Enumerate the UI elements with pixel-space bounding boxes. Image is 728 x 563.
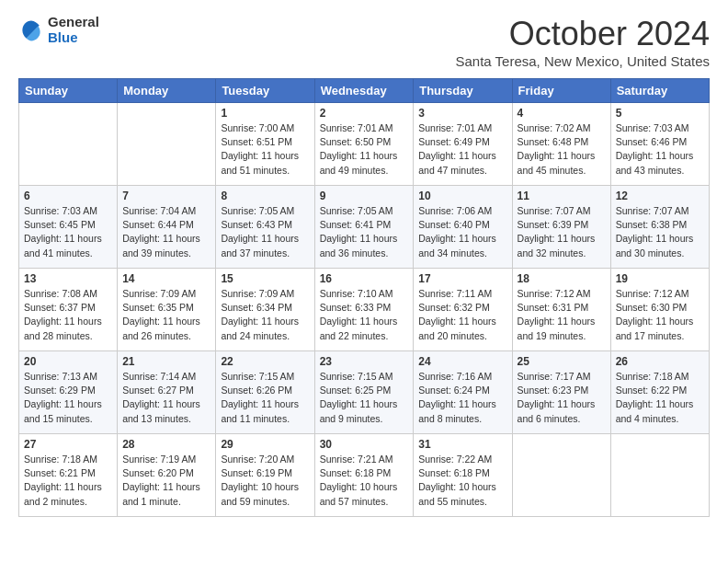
header-row: SundayMondayTuesdayWednesdayThursdayFrid… (19, 79, 710, 103)
page-header: General Blue October 2024 Santa Teresa, … (18, 15, 710, 69)
calendar-cell: 13Sunrise: 7:08 AM Sunset: 6:37 PM Dayli… (19, 269, 118, 351)
header-day-tuesday: Tuesday (216, 79, 314, 103)
calendar-cell: 25Sunrise: 7:17 AM Sunset: 6:23 PM Dayli… (512, 351, 610, 434)
week-row-4: 20Sunrise: 7:13 AM Sunset: 6:29 PM Dayli… (19, 351, 710, 434)
week-row-3: 13Sunrise: 7:08 AM Sunset: 6:37 PM Dayli… (19, 269, 710, 351)
day-info: Sunrise: 7:09 AM Sunset: 6:35 PM Dayligh… (122, 287, 210, 343)
location-subtitle: Santa Teresa, New Mexico, United States (455, 53, 710, 69)
day-number: 5 (616, 107, 704, 120)
day-number: 13 (24, 272, 112, 285)
day-info: Sunrise: 7:00 AM Sunset: 6:51 PM Dayligh… (221, 121, 309, 178)
calendar-cell: 7Sunrise: 7:04 AM Sunset: 6:44 PM Daylig… (118, 186, 216, 269)
day-info: Sunrise: 7:04 AM Sunset: 6:44 PM Dayligh… (122, 204, 210, 260)
calendar-cell: 26Sunrise: 7:18 AM Sunset: 6:22 PM Dayli… (610, 351, 709, 434)
calendar-cell: 31Sunrise: 7:22 AM Sunset: 6:18 PM Dayli… (414, 434, 512, 517)
day-number: 1 (221, 107, 309, 120)
day-number: 23 (320, 355, 409, 368)
day-info: Sunrise: 7:03 AM Sunset: 6:45 PM Dayligh… (24, 204, 112, 260)
day-info: Sunrise: 7:15 AM Sunset: 6:26 PM Dayligh… (221, 370, 309, 426)
day-number: 30 (320, 438, 409, 451)
day-number: 15 (221, 272, 309, 285)
day-info: Sunrise: 7:14 AM Sunset: 6:27 PM Dayligh… (122, 370, 210, 426)
header-day-monday: Monday (118, 79, 216, 103)
calendar-cell: 27Sunrise: 7:18 AM Sunset: 6:21 PM Dayli… (19, 434, 118, 517)
day-info: Sunrise: 7:22 AM Sunset: 6:18 PM Dayligh… (418, 453, 506, 509)
logo: General Blue (18, 15, 99, 45)
day-number: 11 (518, 190, 606, 202)
week-row-5: 27Sunrise: 7:18 AM Sunset: 6:21 PM Dayli… (19, 434, 710, 517)
day-number: 2 (320, 107, 409, 120)
calendar-cell: 30Sunrise: 7:21 AM Sunset: 6:18 PM Dayli… (314, 434, 414, 517)
day-number: 16 (320, 272, 409, 285)
calendar-cell: 4Sunrise: 7:02 AM Sunset: 6:48 PM Daylig… (512, 103, 610, 186)
day-info: Sunrise: 7:01 AM Sunset: 6:50 PM Dayligh… (320, 121, 409, 178)
calendar-cell: 8Sunrise: 7:05 AM Sunset: 6:43 PM Daylig… (216, 186, 314, 269)
calendar-body: 1Sunrise: 7:00 AM Sunset: 6:51 PM Daylig… (19, 103, 710, 517)
month-title: October 2024 (455, 15, 710, 53)
day-number: 14 (122, 272, 210, 285)
day-info: Sunrise: 7:03 AM Sunset: 6:46 PM Dayligh… (616, 121, 704, 178)
calendar-cell: 16Sunrise: 7:10 AM Sunset: 6:33 PM Dayli… (314, 269, 414, 351)
day-number: 19 (616, 272, 704, 285)
calendar-table: SundayMondayTuesdayWednesdayThursdayFrid… (18, 78, 710, 517)
day-info: Sunrise: 7:20 AM Sunset: 6:19 PM Dayligh… (221, 453, 309, 509)
day-number: 28 (122, 438, 210, 451)
day-info: Sunrise: 7:12 AM Sunset: 6:30 PM Dayligh… (616, 287, 704, 343)
calendar-cell: 14Sunrise: 7:09 AM Sunset: 6:35 PM Dayli… (118, 269, 216, 351)
day-number: 12 (616, 190, 704, 202)
day-number: 21 (122, 355, 210, 368)
calendar-cell: 12Sunrise: 7:07 AM Sunset: 6:38 PM Dayli… (610, 186, 709, 269)
week-row-2: 6Sunrise: 7:03 AM Sunset: 6:45 PM Daylig… (19, 186, 710, 269)
day-info: Sunrise: 7:05 AM Sunset: 6:43 PM Dayligh… (221, 204, 309, 260)
day-number: 25 (518, 355, 606, 368)
calendar-header: SundayMondayTuesdayWednesdayThursdayFrid… (19, 79, 710, 103)
header-day-wednesday: Wednesday (314, 79, 414, 103)
calendar-cell: 18Sunrise: 7:12 AM Sunset: 6:31 PM Dayli… (512, 269, 610, 351)
header-day-thursday: Thursday (414, 79, 512, 103)
day-number: 8 (221, 190, 309, 202)
day-info: Sunrise: 7:07 AM Sunset: 6:39 PM Dayligh… (518, 204, 606, 260)
logo-text: General Blue (48, 15, 99, 45)
day-number: 27 (24, 438, 112, 451)
day-info: Sunrise: 7:01 AM Sunset: 6:49 PM Dayligh… (418, 121, 506, 178)
day-info: Sunrise: 7:13 AM Sunset: 6:29 PM Dayligh… (24, 370, 112, 426)
calendar-cell: 5Sunrise: 7:03 AM Sunset: 6:46 PM Daylig… (610, 103, 709, 186)
calendar-cell: 22Sunrise: 7:15 AM Sunset: 6:26 PM Dayli… (216, 351, 314, 434)
day-number: 7 (122, 190, 210, 202)
day-number: 4 (518, 107, 606, 120)
day-info: Sunrise: 7:06 AM Sunset: 6:40 PM Dayligh… (418, 204, 506, 260)
calendar-cell (19, 103, 118, 186)
day-info: Sunrise: 7:16 AM Sunset: 6:24 PM Dayligh… (418, 370, 506, 426)
calendar-cell: 11Sunrise: 7:07 AM Sunset: 6:39 PM Dayli… (512, 186, 610, 269)
day-info: Sunrise: 7:18 AM Sunset: 6:21 PM Dayligh… (24, 453, 112, 509)
calendar-cell (512, 434, 610, 517)
calendar-cell: 23Sunrise: 7:15 AM Sunset: 6:25 PM Dayli… (314, 351, 414, 434)
calendar-cell: 2Sunrise: 7:01 AM Sunset: 6:50 PM Daylig… (314, 103, 414, 186)
day-info: Sunrise: 7:12 AM Sunset: 6:31 PM Dayligh… (518, 287, 606, 343)
calendar-cell (610, 434, 709, 517)
week-row-1: 1Sunrise: 7:00 AM Sunset: 6:51 PM Daylig… (19, 103, 710, 186)
calendar-cell: 9Sunrise: 7:05 AM Sunset: 6:41 PM Daylig… (314, 186, 414, 269)
day-info: Sunrise: 7:11 AM Sunset: 6:32 PM Dayligh… (418, 287, 506, 343)
day-info: Sunrise: 7:15 AM Sunset: 6:25 PM Dayligh… (320, 370, 409, 426)
day-number: 10 (418, 190, 506, 202)
day-info: Sunrise: 7:05 AM Sunset: 6:41 PM Dayligh… (320, 204, 409, 260)
calendar-cell (118, 103, 216, 186)
day-info: Sunrise: 7:07 AM Sunset: 6:38 PM Dayligh… (616, 204, 704, 260)
calendar-cell: 1Sunrise: 7:00 AM Sunset: 6:51 PM Daylig… (216, 103, 314, 186)
calendar-cell: 19Sunrise: 7:12 AM Sunset: 6:30 PM Dayli… (610, 269, 709, 351)
calendar-cell: 24Sunrise: 7:16 AM Sunset: 6:24 PM Dayli… (414, 351, 512, 434)
logo-blue: Blue (48, 30, 99, 46)
day-info: Sunrise: 7:02 AM Sunset: 6:48 PM Dayligh… (518, 121, 606, 178)
calendar-cell: 3Sunrise: 7:01 AM Sunset: 6:49 PM Daylig… (414, 103, 512, 186)
calendar-cell: 28Sunrise: 7:19 AM Sunset: 6:20 PM Dayli… (118, 434, 216, 517)
calendar-cell: 21Sunrise: 7:14 AM Sunset: 6:27 PM Dayli… (118, 351, 216, 434)
logo-icon (18, 17, 44, 43)
day-number: 22 (221, 355, 309, 368)
header-day-saturday: Saturday (610, 79, 709, 103)
day-number: 9 (320, 190, 409, 202)
day-info: Sunrise: 7:19 AM Sunset: 6:20 PM Dayligh… (122, 453, 210, 509)
title-block: October 2024 Santa Teresa, New Mexico, U… (455, 15, 710, 69)
day-info: Sunrise: 7:10 AM Sunset: 6:33 PM Dayligh… (320, 287, 409, 343)
day-number: 6 (24, 190, 112, 202)
